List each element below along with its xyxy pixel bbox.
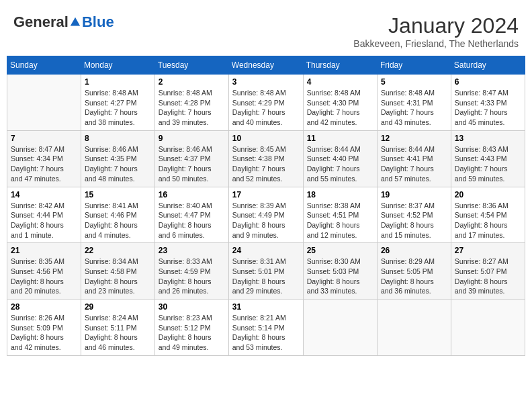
day-info: Sunrise: 8:47 AMSunset: 4:33 PMDaylight:… (455, 88, 521, 128)
calendar-cell: 27Sunrise: 8:27 AMSunset: 5:07 PMDayligh… (451, 243, 525, 300)
day-info: Sunrise: 8:46 AMSunset: 4:37 PMDaylight:… (159, 144, 225, 184)
day-number: 23 (159, 246, 225, 255)
calendar-cell: 21Sunrise: 8:35 AMSunset: 4:56 PMDayligh… (7, 243, 81, 300)
calendar-cell: 28Sunrise: 8:26 AMSunset: 5:09 PMDayligh… (7, 300, 81, 356)
day-of-week-header: Saturday (451, 56, 525, 75)
logo-blue-text: Blue (82, 13, 114, 31)
calendar-cell: 9Sunrise: 8:46 AMSunset: 4:37 PMDaylight… (154, 130, 228, 187)
day-info: Sunrise: 8:43 AMSunset: 4:43 PMDaylight:… (455, 144, 521, 184)
calendar-cell: 14Sunrise: 8:42 AMSunset: 4:44 PMDayligh… (7, 187, 81, 243)
calendar-cell: 12Sunrise: 8:44 AMSunset: 4:41 PMDayligh… (377, 130, 451, 187)
day-info: Sunrise: 8:34 AMSunset: 4:58 PMDaylight:… (85, 257, 151, 296)
day-number: 11 (307, 134, 373, 143)
calendar-cell: 25Sunrise: 8:30 AMSunset: 5:03 PMDayligh… (303, 243, 377, 300)
day-info: Sunrise: 8:39 AMSunset: 4:49 PMDaylight:… (232, 201, 300, 240)
day-number: 18 (307, 190, 373, 199)
day-number: 19 (381, 190, 447, 199)
logo-icon (69, 16, 81, 28)
calendar-cell: 18Sunrise: 8:38 AMSunset: 4:51 PMDayligh… (303, 187, 377, 243)
day-info: Sunrise: 8:23 AMSunset: 5:12 PMDaylight:… (159, 313, 225, 353)
day-number: 5 (381, 77, 447, 87)
day-number: 9 (159, 134, 225, 143)
day-info: Sunrise: 8:27 AMSunset: 5:07 PMDaylight:… (455, 257, 521, 296)
day-info: Sunrise: 8:26 AMSunset: 5:09 PMDaylight:… (11, 313, 77, 353)
calendar-cell: 10Sunrise: 8:45 AMSunset: 4:38 PMDayligh… (228, 130, 303, 187)
calendar-cell: 26Sunrise: 8:29 AMSunset: 5:05 PMDayligh… (377, 243, 451, 300)
day-info: Sunrise: 8:48 AMSunset: 4:31 PMDaylight:… (381, 88, 447, 128)
day-info: Sunrise: 8:48 AMSunset: 4:30 PMDaylight:… (307, 88, 373, 128)
calendar-table: SundayMondayTuesdayWednesdayThursdayFrid… (7, 56, 525, 356)
calendar-cell: 2Sunrise: 8:48 AMSunset: 4:28 PMDaylight… (154, 75, 228, 131)
day-number: 4 (307, 77, 373, 87)
day-of-week-header: Friday (377, 56, 451, 75)
calendar-week-row: 21Sunrise: 8:35 AMSunset: 4:56 PMDayligh… (7, 243, 525, 300)
calendar-cell: 17Sunrise: 8:39 AMSunset: 4:49 PMDayligh… (228, 187, 303, 243)
day-number: 21 (11, 246, 77, 255)
day-info: Sunrise: 8:46 AMSunset: 4:35 PMDaylight:… (85, 144, 151, 184)
day-info: Sunrise: 8:24 AMSunset: 5:11 PMDaylight:… (85, 313, 151, 353)
day-info: Sunrise: 8:33 AMSunset: 4:59 PMDaylight:… (159, 257, 225, 296)
day-info: Sunrise: 8:35 AMSunset: 4:56 PMDaylight:… (11, 257, 77, 296)
day-number: 2 (159, 77, 225, 87)
day-of-week-header: Thursday (303, 56, 377, 75)
title-block: January 2024 Bakkeveen, Friesland, The N… (353, 13, 519, 49)
calendar-cell: 29Sunrise: 8:24 AMSunset: 5:11 PMDayligh… (81, 300, 154, 356)
svg-marker-0 (71, 17, 80, 26)
day-info: Sunrise: 8:45 AMSunset: 4:38 PMDaylight:… (232, 144, 300, 184)
calendar-cell: 31Sunrise: 8:21 AMSunset: 5:14 PMDayligh… (228, 300, 303, 356)
day-number: 22 (85, 246, 151, 255)
day-number: 8 (85, 134, 151, 143)
calendar-cell (7, 75, 81, 131)
day-info: Sunrise: 8:48 AMSunset: 4:27 PMDaylight:… (85, 88, 151, 128)
day-info: Sunrise: 8:38 AMSunset: 4:51 PMDaylight:… (307, 201, 373, 240)
day-number: 20 (455, 190, 521, 199)
calendar-week-row: 14Sunrise: 8:42 AMSunset: 4:44 PMDayligh… (7, 187, 525, 243)
month-title: January 2024 (353, 13, 519, 38)
calendar-header-row: SundayMondayTuesdayWednesdayThursdayFrid… (7, 56, 525, 75)
calendar-week-row: 1Sunrise: 8:48 AMSunset: 4:27 PMDaylight… (7, 75, 525, 131)
day-number: 27 (455, 246, 521, 255)
calendar-cell: 15Sunrise: 8:41 AMSunset: 4:46 PMDayligh… (81, 187, 154, 243)
day-number: 10 (232, 134, 300, 143)
calendar-cell (451, 300, 525, 356)
calendar-cell: 1Sunrise: 8:48 AMSunset: 4:27 PMDaylight… (81, 75, 154, 131)
location-text: Bakkeveen, Friesland, The Netherlands (353, 38, 519, 49)
day-number: 31 (232, 302, 300, 312)
calendar-cell: 16Sunrise: 8:40 AMSunset: 4:47 PMDayligh… (154, 187, 228, 243)
day-info: Sunrise: 8:37 AMSunset: 4:52 PMDaylight:… (381, 201, 447, 240)
day-info: Sunrise: 8:44 AMSunset: 4:40 PMDaylight:… (307, 144, 373, 184)
day-number: 14 (11, 190, 77, 199)
page-header: General Blue January 2024 Bakkeveen, Fri… (7, 7, 525, 52)
day-info: Sunrise: 8:30 AMSunset: 5:03 PMDaylight:… (307, 257, 373, 296)
calendar-cell: 13Sunrise: 8:43 AMSunset: 4:43 PMDayligh… (451, 130, 525, 187)
logo-general-text: General (13, 13, 69, 31)
calendar-cell: 11Sunrise: 8:44 AMSunset: 4:40 PMDayligh… (303, 130, 377, 187)
day-info: Sunrise: 8:44 AMSunset: 4:41 PMDaylight:… (381, 144, 447, 184)
calendar-cell: 20Sunrise: 8:36 AMSunset: 4:54 PMDayligh… (451, 187, 525, 243)
day-number: 3 (232, 77, 300, 87)
day-of-week-header: Wednesday (228, 56, 303, 75)
day-number: 1 (85, 77, 151, 87)
calendar-cell: 7Sunrise: 8:47 AMSunset: 4:34 PMDaylight… (7, 130, 81, 187)
day-of-week-header: Monday (81, 56, 154, 75)
calendar-cell: 19Sunrise: 8:37 AMSunset: 4:52 PMDayligh… (377, 187, 451, 243)
day-number: 28 (11, 302, 77, 312)
day-number: 13 (455, 134, 521, 143)
calendar-cell: 8Sunrise: 8:46 AMSunset: 4:35 PMDaylight… (81, 130, 154, 187)
day-number: 26 (381, 246, 447, 255)
day-of-week-header: Sunday (7, 56, 81, 75)
day-number: 16 (159, 190, 225, 199)
day-info: Sunrise: 8:29 AMSunset: 5:05 PMDaylight:… (381, 257, 447, 296)
calendar-cell: 30Sunrise: 8:23 AMSunset: 5:12 PMDayligh… (154, 300, 228, 356)
day-info: Sunrise: 8:48 AMSunset: 4:28 PMDaylight:… (159, 88, 225, 128)
day-number: 17 (232, 190, 300, 199)
day-number: 24 (232, 246, 300, 255)
calendar-cell: 22Sunrise: 8:34 AMSunset: 4:58 PMDayligh… (81, 243, 154, 300)
day-info: Sunrise: 8:48 AMSunset: 4:29 PMDaylight:… (232, 88, 300, 128)
calendar-cell: 24Sunrise: 8:31 AMSunset: 5:01 PMDayligh… (228, 243, 303, 300)
calendar-cell (303, 300, 377, 356)
day-number: 12 (381, 134, 447, 143)
logo: General Blue (13, 13, 114, 31)
day-number: 30 (159, 302, 225, 312)
day-info: Sunrise: 8:31 AMSunset: 5:01 PMDaylight:… (232, 257, 300, 296)
